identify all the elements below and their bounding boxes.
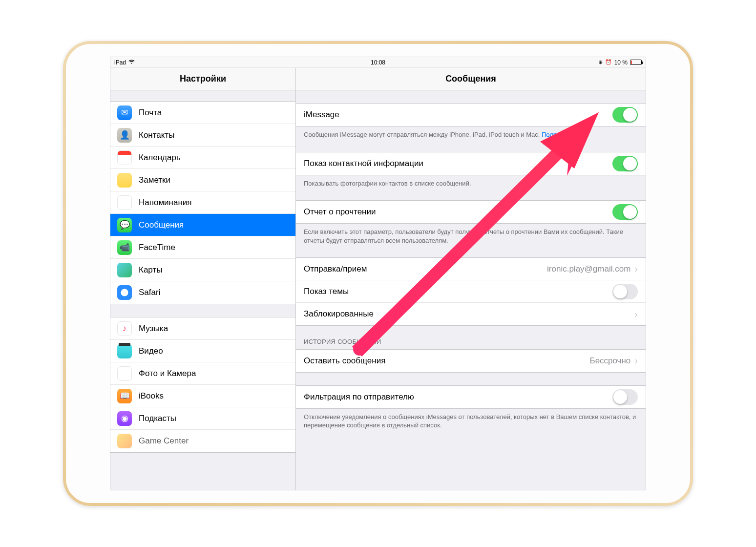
sidebar-item-label: Заметки: [139, 175, 170, 185]
sidebar-item-label: Подкасты: [139, 414, 176, 423]
facetime-icon: 📹: [117, 240, 132, 255]
imessage-switch[interactable]: [612, 107, 638, 123]
contacts-icon: 👤: [117, 128, 132, 143]
chevron-right-icon: ›: [634, 263, 638, 274]
read-receipts-footer: Если включить этот параметр, пользовател…: [296, 224, 646, 245]
sidebar-item-maps[interactable]: Карты: [110, 259, 295, 281]
sidebar-item-label: Почта: [139, 108, 162, 118]
contact-info-footer: Показывать фотографии контактов в списке…: [296, 175, 646, 188]
sidebar-item-label: Видео: [139, 346, 163, 356]
wifi-icon: [128, 59, 135, 66]
filter-footer: Отключение уведомления о сообщениях iMes…: [296, 409, 646, 430]
sidebar-item-label: iBooks: [139, 391, 164, 401]
sidebar-item-music[interactable]: ♪Музыка: [110, 317, 295, 340]
subject-label: Показ темы: [304, 287, 612, 296]
sidebar-title: Настройки: [110, 68, 296, 90]
send-receive-value: ironic.play@gmail.com: [547, 264, 630, 274]
sidebar-item-messages[interactable]: 💬Сообщения: [110, 214, 295, 236]
sidebar-item-label: FaceTime: [139, 243, 175, 252]
send-receive-label: Отправка/прием: [304, 264, 547, 274]
safari-icon: [117, 285, 132, 300]
ipad-device-frame: iPad 10:08 ⊕ ⏰ 10 % Настройки Сообщения: [63, 41, 693, 506]
read-receipts-label: Отчет о прочтении: [304, 207, 612, 217]
gamecenter-icon: [117, 434, 132, 448]
detail-title: Сообщения: [296, 68, 646, 90]
video-icon: [117, 344, 132, 358]
imessage-group: iMessage: [296, 103, 646, 126]
sidebar-item-label: Сообщения: [139, 220, 184, 230]
calendar-icon: [117, 150, 132, 165]
device-inner-bezel: iPad 10:08 ⊕ ⏰ 10 % Настройки Сообщения: [66, 44, 690, 503]
sidebar-item-gamecenter[interactable]: Game Center: [110, 430, 295, 452]
chevron-right-icon: ›: [634, 309, 638, 320]
podcasts-icon: ◉: [117, 411, 132, 426]
filter-label: Фильтрация по отправителю: [304, 392, 612, 402]
misc-group: Отправка/прием ironic.play@gmail.com › П…: [296, 257, 646, 326]
sidebar-item-ibooks[interactable]: 📖iBooks: [110, 385, 295, 407]
sidebar-item-podcasts[interactable]: ◉Подкасты: [110, 407, 295, 430]
contact-info-cell: Показ контактной информации: [296, 152, 646, 175]
sidebar-item-label: Музыка: [139, 324, 168, 334]
maps-icon: [117, 263, 132, 277]
keep-messages-value: Бессрочно: [589, 356, 630, 366]
read-receipts-group: Отчет о прочтении: [296, 200, 646, 224]
subject-switch[interactable]: [612, 284, 638, 299]
sidebar-item-label: Safari: [139, 288, 160, 297]
contact-info-group: Показ контактной информации: [296, 152, 646, 175]
sidebar-item-label: Карты: [139, 265, 162, 275]
mail-icon: ✉︎: [117, 105, 132, 120]
orientation-lock-icon: ⊕: [598, 59, 603, 65]
subject-cell: Показ темы: [296, 280, 646, 303]
navigation-headers: Настройки Сообщения: [110, 68, 646, 90]
sidebar-item-label: Game Center: [139, 436, 189, 446]
chevron-right-icon: ›: [634, 355, 638, 366]
sidebar-item-label: Календарь: [139, 153, 181, 163]
screen: iPad 10:08 ⊕ ⏰ 10 % Настройки Сообщения: [110, 57, 646, 490]
read-receipts-switch[interactable]: [612, 204, 638, 220]
blocked-label: Заблокированные: [304, 309, 634, 319]
reminders-icon: [117, 195, 132, 210]
sidebar-item-safari[interactable]: Safari: [110, 281, 295, 304]
read-receipts-cell: Отчет о прочтении: [296, 201, 646, 223]
sidebar-item-mail[interactable]: ✉︎Почта: [110, 102, 295, 124]
history-group: Оставить сообщения Бессрочно ›: [296, 349, 646, 373]
imessage-footer: Сообщения iMessage могут отправляться ме…: [296, 126, 646, 139]
filter-cell: Фильтрация по отправителю: [296, 386, 646, 408]
sidebar-group-1: ✉︎Почта 👤Контакты Календарь Заметки Напо…: [110, 101, 295, 304]
messages-detail-pane[interactable]: iMessage Сообщения iMessage могут отправ…: [296, 90, 646, 490]
sidebar-item-reminders[interactable]: Напоминания: [110, 191, 295, 214]
imessage-label: iMessage: [304, 110, 612, 120]
sidebar-item-calendar[interactable]: Календарь: [110, 147, 295, 169]
sidebar-item-label: Контакты: [139, 130, 174, 140]
history-section-header: ИСТОРИЯ СООБЩЕНИЙ: [296, 326, 646, 349]
settings-sidebar[interactable]: ✉︎Почта 👤Контакты Календарь Заметки Напо…: [110, 90, 296, 490]
status-carrier: iPad: [114, 59, 126, 66]
sidebar-item-label: Фото и Камера: [139, 369, 196, 379]
contact-info-switch[interactable]: [612, 156, 638, 171]
blocked-cell[interactable]: Заблокированные ›: [296, 303, 646, 325]
split-body: ✉︎Почта 👤Контакты Календарь Заметки Напо…: [110, 90, 646, 490]
send-receive-cell[interactable]: Отправка/прием ironic.play@gmail.com ›: [296, 258, 646, 280]
keep-messages-cell[interactable]: Оставить сообщения Бессрочно ›: [296, 350, 646, 372]
photos-icon: ❁: [117, 366, 132, 381]
ibooks-icon: 📖: [117, 389, 132, 403]
battery-icon: [630, 60, 642, 65]
sidebar-item-notes[interactable]: Заметки: [110, 169, 295, 191]
sidebar-item-video[interactable]: Видео: [110, 340, 295, 362]
music-icon: ♪: [117, 321, 132, 336]
filter-switch[interactable]: [612, 389, 638, 405]
filter-group: Фильтрация по отправителю: [296, 385, 646, 409]
imessage-cell: iMessage: [296, 104, 646, 126]
messages-icon: 💬: [117, 218, 132, 232]
imessage-more-link[interactable]: Подробнее…: [542, 131, 581, 138]
alarm-icon: ⏰: [605, 59, 612, 65]
sidebar-item-contacts[interactable]: 👤Контакты: [110, 124, 295, 147]
notes-icon: [117, 173, 132, 188]
status-time: 10:08: [371, 59, 385, 66]
sidebar-item-label: Напоминания: [139, 198, 192, 208]
status-bar: iPad 10:08 ⊕ ⏰ 10 %: [110, 57, 646, 68]
battery-percent-text: 10 %: [614, 59, 628, 66]
sidebar-group-2: ♪Музыка Видео ❁Фото и Камера 📖iBooks ◉По…: [110, 317, 295, 453]
sidebar-item-facetime[interactable]: 📹FaceTime: [110, 236, 295, 259]
sidebar-item-photos[interactable]: ❁Фото и Камера: [110, 362, 295, 385]
